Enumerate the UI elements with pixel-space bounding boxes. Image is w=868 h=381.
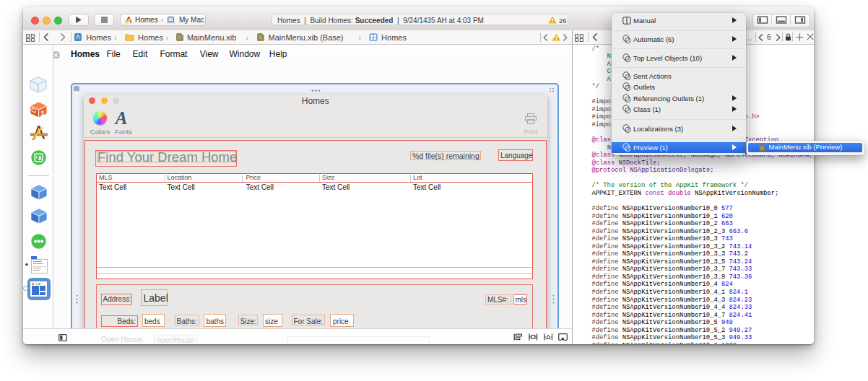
svg-text:1: 1 — [41, 109, 45, 117]
